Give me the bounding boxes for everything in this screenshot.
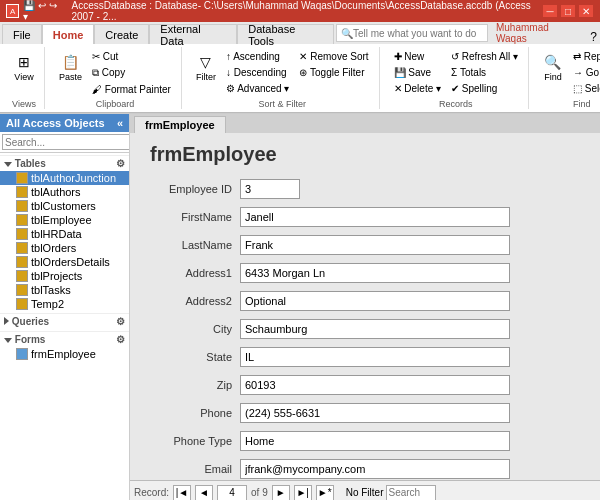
record-search-input[interactable]	[386, 485, 436, 501]
view-button[interactable]: ⊞ View	[10, 49, 38, 85]
views-label: Views	[10, 97, 38, 109]
input-state[interactable]	[240, 347, 510, 367]
label-address1: Address1	[150, 267, 240, 279]
remove-sort-button[interactable]: ✕ Remove Sort	[295, 49, 372, 64]
tab-database-tools[interactable]: Database Tools	[237, 24, 334, 44]
tab-create[interactable]: Create	[94, 24, 149, 44]
forms-section-header[interactable]: Forms ⚙	[0, 331, 129, 347]
close-button[interactable]: ✕	[578, 4, 594, 18]
no-filter-label: No Filter	[346, 487, 384, 498]
paste-button[interactable]: 📋 Paste	[55, 49, 86, 85]
sidebar-item-tblauthors[interactable]: tblAuthors	[0, 185, 129, 199]
format-painter-button[interactable]: 🖌 Format Painter	[88, 82, 175, 97]
label-employeeid: Employee ID	[150, 183, 240, 195]
tab-home[interactable]: Home	[42, 24, 95, 44]
sidebar-item-tbltasks[interactable]: tblTasks	[0, 283, 129, 297]
sort-filter-content: ▽ Filter ↑ Ascending ↓ Descending ⚙ Adva…	[192, 47, 373, 97]
delete-button[interactable]: ✕ Delete ▾	[390, 81, 445, 96]
clipboard-label: Clipboard	[55, 97, 175, 109]
window-title: AccessDatabase : Database- C:\Users\Muha…	[72, 0, 543, 22]
sidebar-item-tblorders[interactable]: tblOrders	[0, 241, 129, 255]
sidebar-item-tblordersdetails[interactable]: tblOrdersDetails	[0, 255, 129, 269]
clipboard-col: ✂ Cut ⧉ Copy 🖌 Format Painter	[88, 49, 175, 97]
descending-button[interactable]: ↓ Descending	[222, 65, 293, 80]
filter-icon: ▽	[196, 52, 216, 72]
input-phonetype[interactable]	[240, 431, 510, 451]
queries-section-header[interactable]: Queries ⚙	[0, 313, 129, 329]
totals-button[interactable]: Σ Totals	[447, 65, 522, 80]
spelling-button[interactable]: ✔ Spelling	[447, 81, 522, 96]
advanced-button[interactable]: ⚙ Advanced ▾	[222, 81, 293, 96]
current-record-input[interactable]	[217, 485, 247, 501]
label-city: City	[150, 323, 240, 335]
ribbon-group-clipboard: 📋 Paste ✂ Cut ⧉ Copy 🖌 Format Painter Cl…	[49, 47, 182, 109]
ascending-button[interactable]: ↑ Ascending	[222, 49, 293, 64]
form-row-address2: Address2	[150, 290, 580, 312]
form-row-state: State	[150, 346, 580, 368]
sidebar-collapse-icon[interactable]: «	[117, 117, 123, 129]
input-city[interactable]	[240, 319, 510, 339]
tab-file[interactable]: File	[2, 24, 42, 44]
form-tab-bar: frmEmployee	[130, 114, 600, 133]
form-row-zip: Zip	[150, 374, 580, 396]
input-address1[interactable]	[240, 263, 510, 283]
label-lastname: LastName	[150, 239, 240, 251]
replace-button[interactable]: ⇄ Replace	[569, 49, 600, 64]
sidebar-item-tblauthorjunction[interactable]: tblAuthorJunction	[0, 171, 129, 185]
help-icon[interactable]: ?	[587, 30, 600, 44]
first-record-button[interactable]: |◄	[173, 485, 191, 501]
goto-button[interactable]: → Go To ▾	[569, 65, 600, 80]
input-firstname[interactable]	[240, 207, 510, 227]
input-address2[interactable]	[240, 291, 510, 311]
filter-button[interactable]: ▽ Filter	[192, 49, 220, 85]
form-row-email: Email	[150, 458, 580, 480]
input-employeeid[interactable]	[240, 179, 300, 199]
tab-external-data[interactable]: External Data	[149, 24, 237, 44]
window-controls[interactable]: ─ □ ✕	[542, 4, 594, 18]
label-zip: Zip	[150, 379, 240, 391]
sidebar-item-tblemployee[interactable]: tblEmployee	[0, 213, 129, 227]
input-zip[interactable]	[240, 375, 510, 395]
minimize-button[interactable]: ─	[542, 4, 558, 18]
table-icon	[16, 284, 28, 296]
sidebar-item-tblcustomers[interactable]: tblCustomers	[0, 199, 129, 213]
refresh-button[interactable]: ↺ Refresh All ▾	[447, 49, 522, 64]
forms-section-icon: ⚙	[116, 334, 125, 345]
maximize-button[interactable]: □	[560, 4, 576, 18]
label-email: Email	[150, 463, 240, 475]
input-email[interactable]	[240, 459, 510, 479]
sidebar-item-tblhrdata[interactable]: tblHRData	[0, 227, 129, 241]
find-icon: 🔍	[543, 52, 563, 72]
sidebar-header: All Access Objects «	[0, 114, 129, 132]
cut-button[interactable]: ✂ Cut	[88, 49, 175, 64]
records-content: ✚ New 💾 Save ✕ Delete ▾ ↺ Refresh All ▾ …	[390, 47, 522, 97]
sidebar-item-frmemployee[interactable]: frmEmployee	[0, 347, 129, 361]
ribbon-group-views: ⊞ View Views	[4, 47, 45, 109]
sidebar-item-tblprojects[interactable]: tblProjects	[0, 269, 129, 283]
form-tab-frmemployee[interactable]: frmEmployee	[134, 116, 226, 133]
find-button[interactable]: 🔍 Find	[539, 49, 567, 85]
toggle-filter-button[interactable]: ⊛ Toggle Filter	[295, 65, 372, 80]
sidebar-search-input[interactable]	[2, 134, 130, 150]
tables-section-header[interactable]: Tables ⚙	[0, 155, 129, 171]
form-row-phone: Phone	[150, 402, 580, 424]
label-phone: Phone	[150, 407, 240, 419]
label-address2: Address2	[150, 295, 240, 307]
ribbon-search-input[interactable]	[353, 28, 483, 39]
new-record-button[interactable]: ✚ New	[390, 49, 445, 64]
save-record-button[interactable]: 💾 Save	[390, 65, 445, 80]
new-record-nav-button[interactable]: ►*	[316, 485, 334, 501]
sidebar-item-temp2[interactable]: Temp2	[0, 297, 129, 311]
prev-record-button[interactable]: ◄	[195, 485, 213, 501]
next-record-button[interactable]: ►	[272, 485, 290, 501]
records-label: Records	[390, 97, 522, 109]
select-button[interactable]: ⬚ Select ▾	[569, 81, 600, 96]
input-lastname[interactable]	[240, 235, 510, 255]
find-content: 🔍 Find ⇄ Replace → Go To ▾ ⬚ Select ▾	[539, 47, 600, 97]
form-row-lastname: LastName	[150, 234, 580, 256]
copy-button[interactable]: ⧉ Copy	[88, 65, 175, 81]
sidebar-search-bar: 🔍	[0, 132, 129, 153]
last-record-button[interactable]: ►|	[294, 485, 312, 501]
input-phone[interactable]	[240, 403, 510, 423]
table-icon	[16, 242, 28, 254]
